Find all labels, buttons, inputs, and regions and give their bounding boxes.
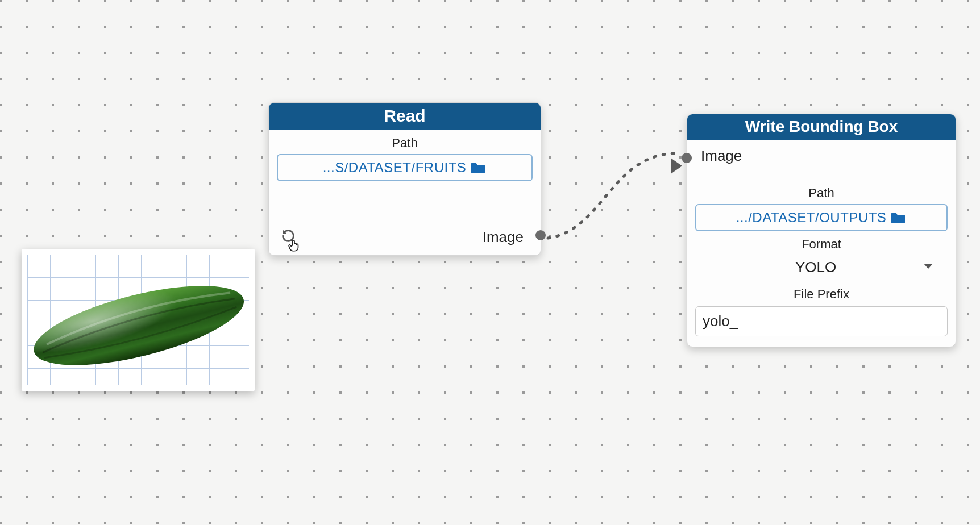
refresh-icon[interactable] xyxy=(280,228,296,244)
node-read[interactable]: Read Path ...S/DATASET/FRUITS Image xyxy=(268,102,541,256)
preview-cucumber-icon xyxy=(22,249,255,391)
folder-icon[interactable] xyxy=(470,161,487,174)
write-prefix-label: File Prefix xyxy=(687,287,956,302)
write-format-value: YOLO xyxy=(709,259,923,276)
read-output-port-label: Image xyxy=(483,228,524,246)
folder-icon[interactable] xyxy=(890,211,907,224)
connector-arrowhead-icon xyxy=(671,158,682,174)
write-prefix-value: yolo_ xyxy=(703,312,738,330)
write-format-label: Format xyxy=(687,237,956,252)
chevron-down-icon xyxy=(923,262,934,273)
write-input-port-label: Image xyxy=(701,147,742,165)
node-write-title: Write Bounding Box xyxy=(687,114,956,140)
write-prefix-input[interactable]: yolo_ xyxy=(695,306,948,336)
read-output-port[interactable] xyxy=(535,230,546,240)
write-path-label: Path xyxy=(687,186,956,201)
svg-point-1 xyxy=(27,269,251,381)
node-write-bounding-box[interactable]: Write Bounding Box Image Path .../DATASE… xyxy=(687,114,956,347)
node-read-title: Read xyxy=(269,103,541,130)
write-input-port[interactable] xyxy=(682,153,692,163)
write-path-field[interactable]: .../DATASET/OUTPUTS xyxy=(695,204,948,231)
image-preview[interactable] xyxy=(22,249,255,391)
read-path-label: Path xyxy=(269,136,541,151)
read-path-value: ...S/DATASET/FRUITS xyxy=(323,160,467,176)
write-path-value: .../DATASET/OUTPUTS xyxy=(736,210,887,226)
write-format-select[interactable]: YOLO xyxy=(707,255,936,281)
read-path-field[interactable]: ...S/DATASET/FRUITS xyxy=(277,154,533,181)
